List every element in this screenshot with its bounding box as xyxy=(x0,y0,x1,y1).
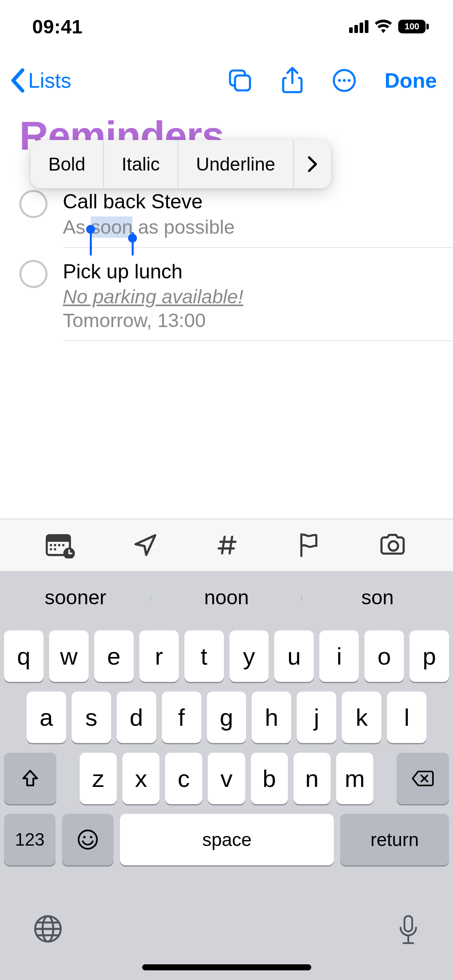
wifi-icon xyxy=(374,17,393,36)
reminder-note[interactable]: As soon as possible xyxy=(63,216,434,238)
reminder-body[interactable]: Call back Steve As soon as possible xyxy=(63,189,453,238)
svg-point-9 xyxy=(58,544,60,546)
reminder-date: Tomorrow, 13:00 xyxy=(63,309,434,331)
svg-point-11 xyxy=(50,548,52,550)
done-button[interactable]: Done xyxy=(385,68,437,93)
calendar-icon[interactable] xyxy=(45,532,75,558)
italic-button[interactable]: Italic xyxy=(104,140,178,188)
key-x[interactable]: x xyxy=(122,753,159,804)
bold-button[interactable]: Bold xyxy=(31,140,104,188)
svg-point-12 xyxy=(54,548,56,550)
key-q[interactable]: q xyxy=(4,630,43,682)
back-label: Lists xyxy=(28,68,71,93)
keyboard-accessory-bar xyxy=(0,519,453,572)
key-e[interactable]: e xyxy=(94,630,134,682)
reminder-note: No parking available! xyxy=(63,286,434,308)
reminder-body[interactable]: Pick up lunch No parking available! Tomo… xyxy=(63,259,453,332)
svg-point-14 xyxy=(389,541,398,550)
return-key[interactable]: return xyxy=(340,814,449,865)
svg-point-10 xyxy=(62,544,64,546)
underline-button[interactable]: Underline xyxy=(178,140,294,188)
svg-point-15 xyxy=(79,830,97,849)
key-c[interactable]: c xyxy=(165,753,202,804)
share-icon[interactable] xyxy=(281,66,304,95)
key-i[interactable]: i xyxy=(319,630,359,682)
key-a[interactable]: a xyxy=(27,692,66,743)
nav-bar: Lists xyxy=(0,56,453,105)
reminder-title: Call back Steve xyxy=(63,189,434,214)
key-d[interactable]: d xyxy=(117,692,156,743)
shift-key[interactable] xyxy=(4,753,56,804)
key-j[interactable]: j xyxy=(297,692,336,743)
screen: 09:41 100 Lists xyxy=(0,0,453,980)
key-k[interactable]: k xyxy=(342,692,381,743)
key-z[interactable]: z xyxy=(80,753,117,804)
svg-point-2 xyxy=(338,79,341,82)
flag-icon[interactable] xyxy=(297,532,321,558)
cellular-icon xyxy=(349,20,368,33)
edit-menu: Bold Italic Underline xyxy=(31,140,331,188)
back-button[interactable]: Lists xyxy=(0,68,71,93)
key-u[interactable]: u xyxy=(274,630,314,682)
nav-actions: Done xyxy=(227,56,437,105)
svg-rect-20 xyxy=(404,916,412,932)
status-bar: 09:41 100 xyxy=(0,0,453,53)
key-m[interactable]: m xyxy=(336,753,373,804)
camera-icon[interactable] xyxy=(379,533,408,557)
suggestion[interactable]: son xyxy=(302,586,453,609)
numbers-key[interactable]: 123 xyxy=(4,814,56,865)
divider xyxy=(63,340,453,341)
key-l[interactable]: l xyxy=(387,692,426,743)
svg-point-17 xyxy=(90,836,92,838)
svg-point-7 xyxy=(50,544,52,546)
suggestion-row: sooner noon son xyxy=(0,572,453,623)
backspace-key[interactable] xyxy=(397,753,449,804)
space-key[interactable]: space xyxy=(120,814,334,865)
location-icon[interactable] xyxy=(133,533,158,558)
key-w[interactable]: w xyxy=(49,630,89,682)
home-indicator[interactable] xyxy=(142,964,311,970)
emoji-key[interactable] xyxy=(62,814,114,865)
svg-point-4 xyxy=(348,79,350,82)
svg-point-16 xyxy=(83,836,86,838)
keyboard: sooner noon son qwertyuiop asdfghjkl zxc… xyxy=(0,572,453,980)
completion-circle[interactable] xyxy=(19,190,48,218)
key-o[interactable]: o xyxy=(364,630,404,682)
status-right: 100 xyxy=(349,17,429,36)
globe-icon[interactable] xyxy=(33,914,63,945)
suggestion[interactable]: sooner xyxy=(0,586,151,609)
svg-rect-6 xyxy=(47,535,70,541)
svg-point-3 xyxy=(343,79,345,82)
list-item[interactable]: Pick up lunch No parking available! Tomo… xyxy=(0,248,453,341)
mic-icon[interactable] xyxy=(397,914,420,949)
key-p[interactable]: p xyxy=(410,630,449,682)
key-f[interactable]: f xyxy=(162,692,201,743)
copy-icon[interactable] xyxy=(227,67,253,94)
key-y[interactable]: y xyxy=(230,630,269,682)
hashtag-icon[interactable] xyxy=(215,533,239,557)
key-n[interactable]: n xyxy=(294,753,331,804)
status-time: 09:41 xyxy=(32,16,83,38)
svg-rect-0 xyxy=(235,76,250,91)
key-rows: qwertyuiop asdfghjkl zxcvbnm 123 xyxy=(0,623,453,865)
key-r[interactable]: r xyxy=(139,630,179,682)
key-s[interactable]: s xyxy=(72,692,111,743)
svg-point-8 xyxy=(54,544,56,546)
suggestion[interactable]: noon xyxy=(151,586,302,609)
key-t[interactable]: t xyxy=(184,630,224,682)
key-h[interactable]: h xyxy=(252,692,291,743)
key-b[interactable]: b xyxy=(251,753,288,804)
more-icon[interactable] xyxy=(331,68,357,93)
battery-icon: 100 xyxy=(398,20,429,33)
completion-circle[interactable] xyxy=(19,260,48,288)
key-g[interactable]: g xyxy=(207,692,246,743)
more-format-button[interactable] xyxy=(294,140,331,188)
reminder-title: Pick up lunch xyxy=(63,259,434,284)
reminders-list: Call back Steve As soon as possible Pick… xyxy=(0,178,453,341)
key-v[interactable]: v xyxy=(208,753,245,804)
